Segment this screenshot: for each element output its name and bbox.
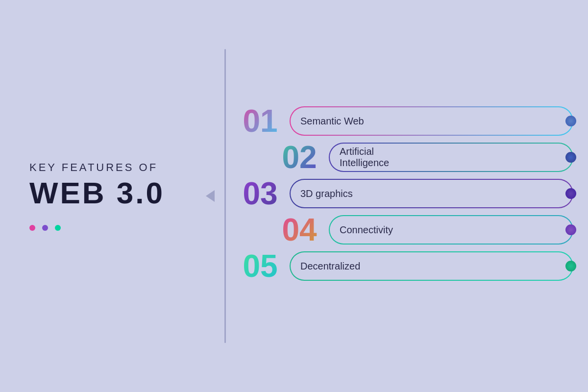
feature-label-01: Semantic Web xyxy=(300,116,364,127)
divider-section xyxy=(206,49,236,343)
feature-track-03: 3D graphics xyxy=(290,179,573,208)
feature-item-05: 05 Decentralized xyxy=(236,250,573,282)
feature-item-01: 01 Semantic Web xyxy=(236,105,573,137)
feature-number-04: 04 xyxy=(275,214,324,245)
arrow-icon xyxy=(206,190,215,202)
feature-item-04: 04 Connectivity xyxy=(275,214,573,245)
feature-track-01: Semantic Web xyxy=(290,106,573,136)
feature-dot-05 xyxy=(565,261,576,271)
feature-item-02: 02 ArtificialIntelligence xyxy=(275,142,573,173)
left-panel: KEY FEATURES OF WEB 3.0 xyxy=(0,0,206,392)
dot-pink xyxy=(29,225,35,231)
dot-purple xyxy=(42,225,48,231)
main-title: WEB 3.0 xyxy=(29,178,165,208)
feature-item-03: 03 3D graphics xyxy=(236,178,573,209)
decorative-dots xyxy=(29,225,61,231)
feature-dot-02 xyxy=(565,152,576,163)
feature-label-05: Decentralized xyxy=(300,261,360,272)
features-list: 01 Semantic Web 02 ArtificialIntelligenc… xyxy=(236,0,588,392)
feature-track-04: Connectivity xyxy=(329,215,573,245)
feature-label-03: 3D graphics xyxy=(300,188,353,199)
feature-label-02: ArtificialIntelligence xyxy=(340,146,389,169)
vertical-divider xyxy=(224,49,226,343)
subtitle: KEY FEATURES OF xyxy=(29,161,158,174)
feature-track-02: ArtificialIntelligence xyxy=(329,143,573,172)
feature-number-03: 03 xyxy=(236,178,285,209)
feature-dot-01 xyxy=(565,116,576,126)
feature-dot-03 xyxy=(565,188,576,199)
main-container: KEY FEATURES OF WEB 3.0 01 Semantic Web … xyxy=(0,0,588,392)
feature-number-05: 05 xyxy=(236,250,285,282)
feature-dot-04 xyxy=(565,224,576,235)
feature-track-05: Decentralized xyxy=(290,251,573,281)
feature-number-02: 02 xyxy=(275,142,324,173)
feature-number-01: 01 xyxy=(236,105,285,137)
feature-label-04: Connectivity xyxy=(340,224,393,236)
dot-teal xyxy=(55,225,61,231)
